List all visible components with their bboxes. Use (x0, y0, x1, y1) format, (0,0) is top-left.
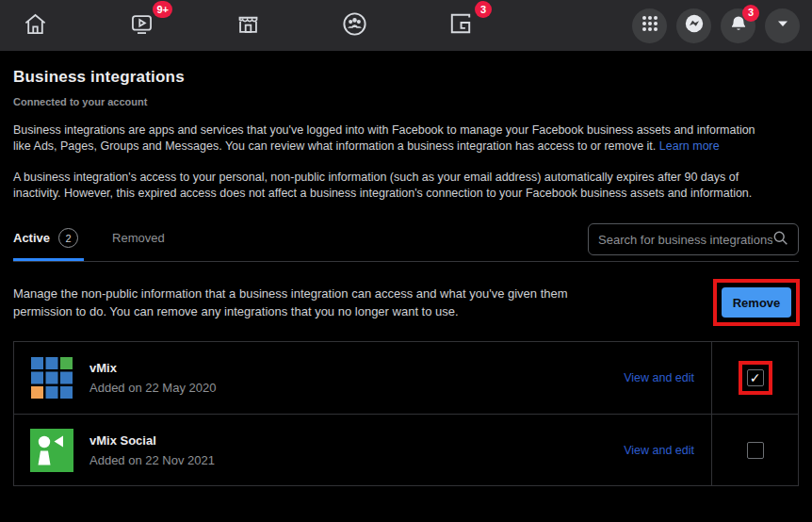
manage-row: Manage the non-public information that a… (13, 285, 799, 320)
nav-tab-home[interactable] (12, 3, 57, 48)
search-box (588, 223, 799, 255)
checkbox-wrap: ✓ (747, 369, 764, 386)
tab-active-label: Active (13, 231, 50, 245)
view-and-edit-link[interactable]: View and edit (624, 444, 694, 457)
vmix-social-icon (30, 429, 73, 472)
tab-removed-label: Removed (112, 231, 165, 245)
checkbox-cell: ✓ (711, 342, 798, 414)
app-meta: vMix Added on 22 May 2020 (89, 361, 624, 395)
nav-tab-watch[interactable]: 9+ (119, 3, 164, 48)
menu-grid-icon (641, 15, 658, 36)
notifications-badge: 3 (742, 5, 759, 22)
account-menu-button[interactable] (765, 8, 800, 43)
nav-right-actions: 3 (632, 8, 800, 43)
intro-paragraph-1-text: Business integrations are apps and servi… (13, 123, 755, 153)
watch-badge: 9+ (153, 1, 172, 18)
intro-paragraph-2: A business integration's access to your … (13, 170, 799, 202)
app-added-date: Added on 22 May 2020 (89, 381, 624, 395)
nav-tab-gaming[interactable]: 3 (438, 3, 483, 48)
nav-tab-groups[interactable] (332, 3, 377, 48)
gaming-icon (448, 11, 473, 40)
top-nav: 9+ 3 (0, 0, 812, 51)
vmix-grid-icon (30, 356, 73, 400)
learn-more-link[interactable]: Learn more (659, 139, 720, 153)
notifications-button[interactable]: 3 (721, 8, 755, 43)
account-caret-icon (775, 16, 790, 35)
integrations-table: vMix Added on 22 May 2020 View and edit … (13, 341, 799, 486)
checkbox-cell: ✓ (711, 415, 798, 485)
table-row-vmix-social: vMix Social Added on 22 Nov 2021 View an… (14, 414, 798, 485)
menu-button[interactable] (632, 8, 667, 43)
app-name: vMix (89, 361, 624, 375)
app-meta: vMix Social Added on 22 Nov 2021 (89, 433, 624, 467)
tab-active[interactable]: Active 2 (13, 219, 78, 261)
search-icon (772, 230, 788, 250)
app-name: vMix Social (89, 433, 624, 448)
remove-button-wrap: Remove (722, 287, 791, 318)
messenger-button[interactable] (676, 8, 711, 43)
app-added-date: Added on 22 Nov 2021 (89, 453, 624, 467)
nav-tab-marketplace[interactable] (225, 3, 270, 48)
business-integrations-page: Business integrations Connected to your … (0, 68, 812, 486)
nav-left-tabs: 9+ 3 (12, 3, 483, 48)
page-subtitle: Connected to your account (13, 96, 799, 107)
view-and-edit-link[interactable]: View and edit (624, 371, 694, 384)
tabs: Active 2 Removed (13, 219, 199, 261)
table-row-vmix: vMix Added on 22 May 2020 View and edit … (14, 342, 798, 414)
search-input[interactable] (598, 233, 772, 247)
checkbox-wrap: ✓ (747, 442, 764, 459)
tab-active-count-badge: 2 (58, 228, 78, 248)
tab-removed[interactable]: Removed (112, 219, 165, 261)
watch-icon (129, 11, 154, 41)
intro-paragraph-1: Business integrations are apps and servi… (13, 122, 799, 155)
row-checkbox[interactable]: ✓ (747, 442, 764, 459)
groups-icon (341, 10, 368, 41)
marketplace-icon (235, 11, 261, 41)
tabs-row: Active 2 Removed (13, 219, 799, 262)
home-icon (23, 11, 48, 41)
row-checkbox[interactable]: ✓ (747, 369, 764, 386)
gaming-badge: 3 (475, 1, 492, 18)
remove-button[interactable]: Remove (722, 287, 791, 318)
manage-description: Manage the non-public information that a… (13, 285, 568, 320)
messenger-icon (684, 13, 705, 38)
page-title: Business integrations (13, 68, 799, 87)
